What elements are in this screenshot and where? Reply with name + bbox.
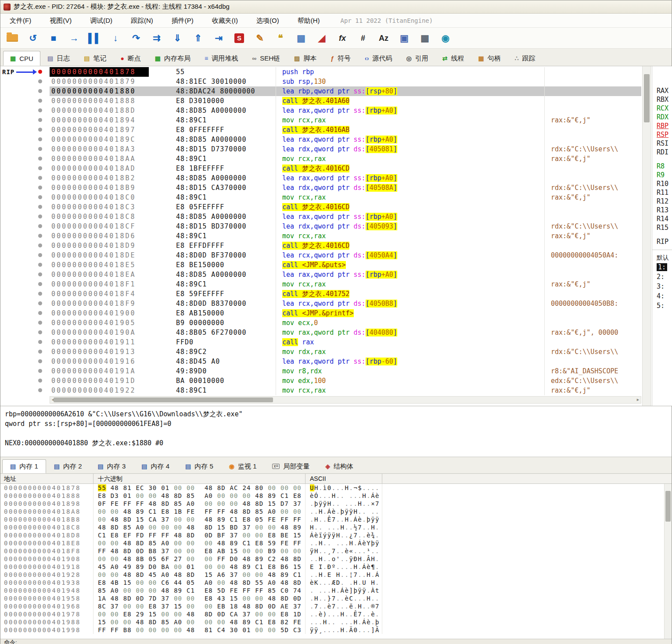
scrollbar-thumb[interactable] xyxy=(644,74,650,122)
dump-row[interactable]: 00000000004018F8FF488D0DB8370000E8AB1500… xyxy=(0,547,672,555)
tab-memory-4[interactable]: ▤内存 4 xyxy=(133,459,177,473)
disasm-row[interactable]: 00000000004018E5E8 BE150000call <JMP.&pu… xyxy=(0,260,641,270)
dump-row[interactable]: 00000000004018A800004889C1E81BFEFFFF488D… xyxy=(0,508,672,515)
breakpoint-dot[interactable] xyxy=(38,379,42,383)
execute-till-return-button[interactable]: ⇑ xyxy=(190,30,205,46)
breakpoint-dot[interactable] xyxy=(38,166,42,170)
dump-row[interactable]: 0000000000401988150000488D85A00000004889… xyxy=(0,618,672,626)
dump-row[interactable]: 000000000040191845A04989D0BA000100004889… xyxy=(0,563,672,571)
tab-memory-5[interactable]: ▤内存 5 xyxy=(177,459,221,473)
breakpoint-dot[interactable] xyxy=(38,108,42,112)
hash-button[interactable]: # xyxy=(356,30,370,46)
breakpoint-dot[interactable] xyxy=(38,205,42,209)
breakpoint-dot[interactable] xyxy=(38,369,42,373)
disasm-row[interactable]: 000000000040191648:8D45 A0lea rax,qword … xyxy=(0,357,641,366)
register-r13[interactable]: R13 xyxy=(657,206,672,215)
disasm-row[interactable]: 00000000004018F148:89C1mov rcx,raxrax:&"… xyxy=(0,279,641,289)
dump-row[interactable]: 00000000004019280000488D45A0488D15A63700… xyxy=(0,571,672,579)
dump-row[interactable]: 00000000004018D8C1E8EFFDFFFF488D0DBF3700… xyxy=(0,531,672,539)
breakpoint-dot[interactable] xyxy=(38,340,42,344)
breakpoint-dot[interactable] xyxy=(38,253,42,257)
dump-row[interactable]: 00000000004019080000488B056F270000FFD048… xyxy=(0,555,672,563)
skip-button[interactable]: S xyxy=(232,30,247,46)
dump-row[interactable]: 0000000000401888E8D3010000488D85A0000000… xyxy=(0,492,672,500)
scrollbar-thumb[interactable] xyxy=(54,397,273,402)
menu-item-help[interactable]: 帮助(H) xyxy=(288,17,329,24)
tab-log[interactable]: ▤日志 xyxy=(40,51,77,66)
register-rdx[interactable]: RDX xyxy=(657,113,672,122)
dump-row[interactable]: 00000000004018980FFEFFFF488D85A000000048… xyxy=(0,500,672,508)
breakpoint-dot[interactable] xyxy=(38,128,42,132)
tab-handles[interactable]: ▦句柄 xyxy=(471,51,507,66)
calculator-button[interactable]: ▦ xyxy=(417,30,432,46)
register-rbx[interactable]: RBX xyxy=(657,95,672,104)
run-button[interactable]: → xyxy=(67,30,82,46)
argument-slot[interactable]: 5: xyxy=(657,301,672,311)
dump-row[interactable]: 0000000000401938E84B150000C64405A000488D… xyxy=(0,579,672,587)
disasm-vertical-scrollbar[interactable] xyxy=(642,66,651,406)
dump-vertical-scrollbar[interactable] xyxy=(664,484,672,639)
tab-cpu[interactable]: ▦CPU xyxy=(3,51,40,66)
register-r12[interactable]: R12 xyxy=(657,197,672,206)
register-rsi[interactable]: RSI xyxy=(657,139,672,148)
tab-call-stack[interactable]: ≡调用堆栈 xyxy=(198,51,245,66)
register-r14[interactable]: R14 xyxy=(657,215,672,223)
open-file-button[interactable] xyxy=(5,30,20,46)
tab-symbols[interactable]: ƒ符号 xyxy=(323,51,358,66)
disasm-row[interactable]: 000000000040188048:8DAC24 80000000lea rb… xyxy=(0,86,641,96)
breakpoint-dot[interactable] xyxy=(38,195,42,199)
register-r11[interactable]: R11 xyxy=(657,188,672,197)
disasm-row[interactable]: 0000000000401897E8 0FFEFFFFcall 梦之衣.4016… xyxy=(0,125,641,135)
breakpoint-dot[interactable] xyxy=(38,234,42,238)
disasm-row[interactable]: 00000000004018ADE8 1BFEFFFFcall 梦之衣.4016… xyxy=(0,164,641,173)
dump-row[interactable]: 000000000040194885A00000004889C1E85DFEFF… xyxy=(0,587,672,594)
argument-slot[interactable]: 1: xyxy=(657,262,672,272)
disasm-row[interactable]: 000000000040189448:89C1mov rcx,raxrax:&"… xyxy=(0,115,641,125)
breakpoint-dot[interactable] xyxy=(38,89,42,93)
disasm-row[interactable]: 00000000004018F4E8 59FEFFFFcall 梦之衣.4017… xyxy=(0,289,641,299)
step-over-button[interactable]: ↷ xyxy=(129,30,144,46)
restart-button[interactable]: ↺ xyxy=(25,30,40,46)
menu-item-file[interactable]: 文件(F) xyxy=(0,17,40,24)
calling-convention-dropdown[interactable]: 默认 xyxy=(657,253,672,262)
menu-item-favourites[interactable]: 收藏夹(I) xyxy=(203,17,247,24)
tab-struct[interactable]: ◈结构体 xyxy=(317,459,361,473)
tab-seh[interactable]: ∞SEH链 xyxy=(245,51,287,66)
disasm-row[interactable]: 0000000000401911FFD0call rax xyxy=(0,337,641,347)
tab-memory-2[interactable]: ▤内存 2 xyxy=(46,459,90,473)
disasm-row[interactable]: 0000000000401900E8 AB150000call <JMP.&pr… xyxy=(0,308,641,318)
comment-button[interactable]: ❝ xyxy=(273,30,288,46)
breakpoint-dot[interactable] xyxy=(38,137,42,141)
breakpoint-dot[interactable] xyxy=(38,118,42,122)
breakpoint-dot[interactable] xyxy=(38,176,42,180)
breakpoint-dot[interactable] xyxy=(38,224,42,228)
tab-breakpoints[interactable]: ●断点 xyxy=(113,51,147,66)
tab-source[interactable]: ‹›源代码 xyxy=(358,51,399,66)
disasm-row[interactable]: 000000000040188D48:8D85 A0000000lea rax,… xyxy=(0,106,641,115)
scroll-right-icon[interactable]: ► xyxy=(636,397,640,402)
fx-button[interactable]: fx xyxy=(335,30,350,46)
register-r8[interactable]: R8 xyxy=(657,162,672,171)
disasm-row[interactable]: 00000000004018EA48:8D85 A0000000lea rax,… xyxy=(0,270,641,279)
register-r9[interactable]: R9 xyxy=(657,171,672,179)
dump-row[interactable]: 00000000004019581A488D0D7D370000E8431500… xyxy=(0,594,672,602)
breakpoint-dot[interactable] xyxy=(38,99,42,103)
breakpoint-dot[interactable] xyxy=(38,359,42,363)
tab-trace-tab[interactable]: ∴跟踪 xyxy=(508,51,543,66)
breakpoint-dot[interactable] xyxy=(38,79,42,83)
breakpoint-dot[interactable] xyxy=(38,263,42,267)
menu-item-view[interactable]: 视图(V) xyxy=(40,17,81,24)
dump-row[interactable]: 00000000004019688C370000E837150000EB1848… xyxy=(0,602,672,610)
step-into-button[interactable]: ↓ xyxy=(108,30,123,46)
disasm-row[interactable]: 000000000040191348:89C2mov rdx,raxrdx:&"… xyxy=(0,347,641,357)
breakpoint-dot[interactable] xyxy=(38,282,42,286)
argument-slot[interactable]: 3: xyxy=(657,282,672,291)
breakpoint-dot[interactable] xyxy=(38,388,42,392)
disasm-row[interactable]: 00000000004018B948:8D15 CA370000lea rdx,… xyxy=(0,183,641,193)
breakpoint-dot[interactable] xyxy=(38,301,42,305)
breakpoint-dot[interactable] xyxy=(38,311,42,315)
menu-item-plugins[interactable]: 插件(P) xyxy=(162,17,203,24)
register-r15[interactable]: R15 xyxy=(657,223,672,232)
breakpoint-dot[interactable] xyxy=(38,321,42,325)
dump-row[interactable]: 0000000000401998FFFFB8000000004881C43001… xyxy=(0,626,672,634)
